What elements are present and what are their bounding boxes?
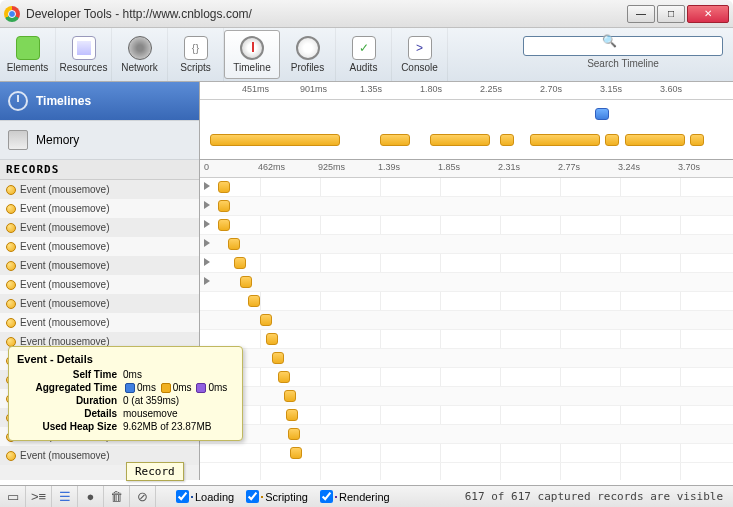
search-label: Search Timeline [587,58,659,69]
record-label: Event (mousemove) [20,241,109,252]
tab-scripts[interactable]: Scripts [168,28,224,81]
record-row[interactable]: Event (mousemove) [0,275,199,294]
expand-icon[interactable] [204,258,210,266]
event-pill[interactable] [272,352,284,364]
timeline-row [200,216,733,235]
record-label: Event (mousemove) [20,450,109,461]
timeline-row [200,197,733,216]
timeline-row [200,406,733,425]
record-row[interactable]: Event (mousemove) [0,237,199,256]
expand-icon[interactable] [204,182,210,190]
overview-row-1 [200,106,733,126]
footer-bar: ▭ >≡ ☰ ● 🗑 ⊘ Loading Scripting Rendering… [0,485,733,507]
event-pill[interactable] [284,390,296,402]
legend-rendering[interactable]: Rendering [320,490,390,503]
event-dot-icon [6,318,16,328]
tab-audits[interactable]: Audits [336,28,392,81]
tab-timeline[interactable]: Timeline [224,30,280,79]
timeline-row [200,273,733,292]
tab-label: Audits [350,62,378,73]
timeline-row [200,235,733,254]
timeline-row [200,444,733,463]
legend-scripting[interactable]: Scripting [246,490,308,503]
chrome-icon [4,6,20,22]
close-button[interactable]: ✕ [687,5,729,23]
record-row[interactable]: Event (mousemove) [0,199,199,218]
sidebar: Timelines Memory [0,82,200,159]
tab-label: Timeline [233,62,270,73]
event-pill[interactable] [234,257,246,269]
overview-pane[interactable]: 451ms 901ms 1.35s 1.80s 2.25s 2.70s 3.15… [200,82,733,159]
tooltip-title: Event - Details [17,353,234,365]
profiles-icon [296,36,320,60]
record-label: Event (mousemove) [20,184,109,195]
tab-label: Profiles [291,62,324,73]
event-pill[interactable] [240,276,252,288]
dock-button[interactable]: ▭ [0,486,26,508]
minimize-button[interactable]: — [627,5,655,23]
tab-label: Console [401,62,438,73]
timeline-icon [240,36,264,60]
tab-label: Network [121,62,158,73]
event-pill[interactable] [248,295,260,307]
event-pill[interactable] [218,181,230,193]
window-title: Developer Tools - http://www.cnblogs.com… [26,7,627,21]
event-pill[interactable] [260,314,272,326]
timeline-row [200,311,733,330]
elements-icon [16,36,40,60]
grid-ruler: 0 462ms 925ms 1.39s 1.85s 2.31s 2.77s 3.… [200,160,733,178]
timeline-grid[interactable]: 0 462ms 925ms 1.39s 1.85s 2.31s 2.77s 3.… [200,160,733,480]
bar-loading [595,108,609,120]
console-toggle-button[interactable]: >≡ [26,486,52,508]
legend-loading[interactable]: Loading [176,490,234,503]
event-details-tooltip: Event - Details Self Time0ms Aggregated … [8,346,243,441]
event-pill[interactable] [290,447,302,459]
sidebar-item-label: Memory [36,133,79,147]
sidebar-item-memory[interactable]: Memory [0,121,199,160]
record-label: Event (mousemove) [20,298,109,309]
record-tooltip: Record [126,462,184,481]
tab-elements[interactable]: Elements [0,28,56,81]
filter-button[interactable]: ⊘ [130,486,156,508]
record-row[interactable]: Event (mousemove) [0,218,199,237]
event-pill[interactable] [218,200,230,212]
record-row[interactable]: Event (mousemove) [0,294,199,313]
clock-icon [8,91,28,111]
tab-profiles[interactable]: Profiles [280,28,336,81]
tab-console[interactable]: Console [392,28,448,81]
tab-label: Scripts [180,62,211,73]
record-button[interactable]: ● [78,486,104,508]
expand-icon[interactable] [204,277,210,285]
event-dot-icon [6,185,16,195]
expand-icon[interactable] [204,201,210,209]
event-dot-icon [6,299,16,309]
record-row[interactable]: Event (mousemove) [0,256,199,275]
record-row[interactable]: Event (mousemove) [0,180,199,199]
main-toolbar: Elements Resources Network Scripts Timel… [0,28,733,82]
tab-resources[interactable]: Resources [56,28,112,81]
maximize-button[interactable]: □ [657,5,685,23]
resources-icon [72,36,96,60]
event-dot-icon [6,242,16,252]
overview-ruler: 451ms 901ms 1.35s 1.80s 2.25s 2.70s 3.15… [200,82,733,100]
expand-icon[interactable] [204,239,210,247]
list-view-button[interactable]: ☰ [52,486,78,508]
event-pill[interactable] [218,219,230,231]
event-pill[interactable] [278,371,290,383]
timeline-row [200,292,733,311]
event-pill[interactable] [286,409,298,421]
timeline-row [200,330,733,349]
event-pill[interactable] [288,428,300,440]
records-header: RECORDS [0,160,199,180]
event-pill[interactable] [228,238,240,250]
timeline-row [200,349,733,368]
tab-network[interactable]: Network [112,28,168,81]
event-pill[interactable] [266,333,278,345]
tab-label: Resources [60,62,108,73]
record-row[interactable]: Event (mousemove) [0,313,199,332]
sidebar-item-timelines[interactable]: Timelines [0,82,199,121]
event-dot-icon [6,451,16,461]
expand-icon[interactable] [204,220,210,228]
search-input[interactable] [523,36,723,56]
clear-button[interactable]: 🗑 [104,486,130,508]
